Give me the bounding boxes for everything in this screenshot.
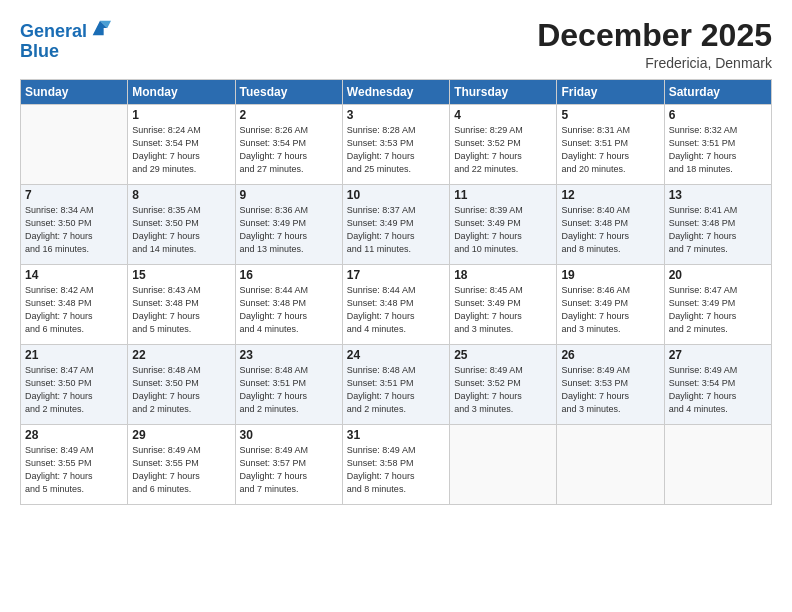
day-info: Sunrise: 8:47 AM Sunset: 3:50 PM Dayligh… <box>25 364 123 416</box>
day-number: 24 <box>347 348 445 362</box>
day-number: 29 <box>132 428 230 442</box>
day-info: Sunrise: 8:42 AM Sunset: 3:48 PM Dayligh… <box>25 284 123 336</box>
day-info: Sunrise: 8:49 AM Sunset: 3:58 PM Dayligh… <box>347 444 445 496</box>
day-info: Sunrise: 8:49 AM Sunset: 3:55 PM Dayligh… <box>25 444 123 496</box>
table-row <box>450 425 557 505</box>
calendar-week-row: 28Sunrise: 8:49 AM Sunset: 3:55 PM Dayli… <box>21 425 772 505</box>
col-tuesday: Tuesday <box>235 80 342 105</box>
table-row: 13Sunrise: 8:41 AM Sunset: 3:48 PM Dayli… <box>664 185 771 265</box>
table-row: 3Sunrise: 8:28 AM Sunset: 3:53 PM Daylig… <box>342 105 449 185</box>
table-row: 16Sunrise: 8:44 AM Sunset: 3:48 PM Dayli… <box>235 265 342 345</box>
table-row <box>557 425 664 505</box>
col-wednesday: Wednesday <box>342 80 449 105</box>
page: General Blue December 2025 Fredericia, D… <box>0 0 792 612</box>
table-row: 11Sunrise: 8:39 AM Sunset: 3:49 PM Dayli… <box>450 185 557 265</box>
day-number: 31 <box>347 428 445 442</box>
table-row: 31Sunrise: 8:49 AM Sunset: 3:58 PM Dayli… <box>342 425 449 505</box>
col-saturday: Saturday <box>664 80 771 105</box>
table-row: 9Sunrise: 8:36 AM Sunset: 3:49 PM Daylig… <box>235 185 342 265</box>
day-number: 16 <box>240 268 338 282</box>
logo-text-line1: General <box>20 22 87 42</box>
day-info: Sunrise: 8:49 AM Sunset: 3:57 PM Dayligh… <box>240 444 338 496</box>
table-row: 22Sunrise: 8:48 AM Sunset: 3:50 PM Dayli… <box>128 345 235 425</box>
table-row: 1Sunrise: 8:24 AM Sunset: 3:54 PM Daylig… <box>128 105 235 185</box>
logo-icon <box>89 17 111 39</box>
day-number: 12 <box>561 188 659 202</box>
day-info: Sunrise: 8:49 AM Sunset: 3:53 PM Dayligh… <box>561 364 659 416</box>
logo: General Blue <box>20 22 111 62</box>
table-row: 28Sunrise: 8:49 AM Sunset: 3:55 PM Dayli… <box>21 425 128 505</box>
calendar-week-row: 1Sunrise: 8:24 AM Sunset: 3:54 PM Daylig… <box>21 105 772 185</box>
day-number: 11 <box>454 188 552 202</box>
day-info: Sunrise: 8:45 AM Sunset: 3:49 PM Dayligh… <box>454 284 552 336</box>
table-row: 6Sunrise: 8:32 AM Sunset: 3:51 PM Daylig… <box>664 105 771 185</box>
day-number: 30 <box>240 428 338 442</box>
table-row: 29Sunrise: 8:49 AM Sunset: 3:55 PM Dayli… <box>128 425 235 505</box>
day-info: Sunrise: 8:34 AM Sunset: 3:50 PM Dayligh… <box>25 204 123 256</box>
calendar-week-row: 21Sunrise: 8:47 AM Sunset: 3:50 PM Dayli… <box>21 345 772 425</box>
calendar-table: Sunday Monday Tuesday Wednesday Thursday… <box>20 79 772 505</box>
day-info: Sunrise: 8:48 AM Sunset: 3:50 PM Dayligh… <box>132 364 230 416</box>
day-info: Sunrise: 8:49 AM Sunset: 3:54 PM Dayligh… <box>669 364 767 416</box>
header: General Blue December 2025 Fredericia, D… <box>20 18 772 71</box>
table-row: 21Sunrise: 8:47 AM Sunset: 3:50 PM Dayli… <box>21 345 128 425</box>
day-number: 13 <box>669 188 767 202</box>
day-number: 4 <box>454 108 552 122</box>
day-number: 8 <box>132 188 230 202</box>
table-row: 8Sunrise: 8:35 AM Sunset: 3:50 PM Daylig… <box>128 185 235 265</box>
day-info: Sunrise: 8:24 AM Sunset: 3:54 PM Dayligh… <box>132 124 230 176</box>
day-info: Sunrise: 8:44 AM Sunset: 3:48 PM Dayligh… <box>240 284 338 336</box>
day-number: 21 <box>25 348 123 362</box>
table-row: 19Sunrise: 8:46 AM Sunset: 3:49 PM Dayli… <box>557 265 664 345</box>
day-number: 22 <box>132 348 230 362</box>
col-friday: Friday <box>557 80 664 105</box>
day-info: Sunrise: 8:28 AM Sunset: 3:53 PM Dayligh… <box>347 124 445 176</box>
day-number: 17 <box>347 268 445 282</box>
day-info: Sunrise: 8:48 AM Sunset: 3:51 PM Dayligh… <box>240 364 338 416</box>
calendar-header-row: Sunday Monday Tuesday Wednesday Thursday… <box>21 80 772 105</box>
table-row: 15Sunrise: 8:43 AM Sunset: 3:48 PM Dayli… <box>128 265 235 345</box>
table-row: 5Sunrise: 8:31 AM Sunset: 3:51 PM Daylig… <box>557 105 664 185</box>
day-number: 9 <box>240 188 338 202</box>
day-number: 28 <box>25 428 123 442</box>
col-sunday: Sunday <box>21 80 128 105</box>
day-info: Sunrise: 8:36 AM Sunset: 3:49 PM Dayligh… <box>240 204 338 256</box>
location: Fredericia, Denmark <box>537 55 772 71</box>
title-block: December 2025 Fredericia, Denmark <box>537 18 772 71</box>
day-info: Sunrise: 8:41 AM Sunset: 3:48 PM Dayligh… <box>669 204 767 256</box>
table-row: 2Sunrise: 8:26 AM Sunset: 3:54 PM Daylig… <box>235 105 342 185</box>
day-number: 18 <box>454 268 552 282</box>
table-row: 25Sunrise: 8:49 AM Sunset: 3:52 PM Dayli… <box>450 345 557 425</box>
day-info: Sunrise: 8:49 AM Sunset: 3:55 PM Dayligh… <box>132 444 230 496</box>
day-number: 23 <box>240 348 338 362</box>
day-number: 20 <box>669 268 767 282</box>
logo-text-line2: Blue <box>20 42 111 62</box>
day-info: Sunrise: 8:44 AM Sunset: 3:48 PM Dayligh… <box>347 284 445 336</box>
day-info: Sunrise: 8:29 AM Sunset: 3:52 PM Dayligh… <box>454 124 552 176</box>
day-number: 5 <box>561 108 659 122</box>
table-row: 10Sunrise: 8:37 AM Sunset: 3:49 PM Dayli… <box>342 185 449 265</box>
table-row: 24Sunrise: 8:48 AM Sunset: 3:51 PM Dayli… <box>342 345 449 425</box>
calendar-week-row: 7Sunrise: 8:34 AM Sunset: 3:50 PM Daylig… <box>21 185 772 265</box>
table-row: 23Sunrise: 8:48 AM Sunset: 3:51 PM Dayli… <box>235 345 342 425</box>
table-row: 27Sunrise: 8:49 AM Sunset: 3:54 PM Dayli… <box>664 345 771 425</box>
day-number: 15 <box>132 268 230 282</box>
table-row: 30Sunrise: 8:49 AM Sunset: 3:57 PM Dayli… <box>235 425 342 505</box>
table-row: 7Sunrise: 8:34 AM Sunset: 3:50 PM Daylig… <box>21 185 128 265</box>
day-info: Sunrise: 8:31 AM Sunset: 3:51 PM Dayligh… <box>561 124 659 176</box>
day-info: Sunrise: 8:40 AM Sunset: 3:48 PM Dayligh… <box>561 204 659 256</box>
day-number: 19 <box>561 268 659 282</box>
day-number: 10 <box>347 188 445 202</box>
day-info: Sunrise: 8:46 AM Sunset: 3:49 PM Dayligh… <box>561 284 659 336</box>
day-number: 2 <box>240 108 338 122</box>
day-number: 26 <box>561 348 659 362</box>
table-row: 17Sunrise: 8:44 AM Sunset: 3:48 PM Dayli… <box>342 265 449 345</box>
day-info: Sunrise: 8:35 AM Sunset: 3:50 PM Dayligh… <box>132 204 230 256</box>
day-info: Sunrise: 8:49 AM Sunset: 3:52 PM Dayligh… <box>454 364 552 416</box>
table-row: 26Sunrise: 8:49 AM Sunset: 3:53 PM Dayli… <box>557 345 664 425</box>
day-info: Sunrise: 8:26 AM Sunset: 3:54 PM Dayligh… <box>240 124 338 176</box>
day-number: 7 <box>25 188 123 202</box>
col-thursday: Thursday <box>450 80 557 105</box>
day-info: Sunrise: 8:32 AM Sunset: 3:51 PM Dayligh… <box>669 124 767 176</box>
table-row: 18Sunrise: 8:45 AM Sunset: 3:49 PM Dayli… <box>450 265 557 345</box>
